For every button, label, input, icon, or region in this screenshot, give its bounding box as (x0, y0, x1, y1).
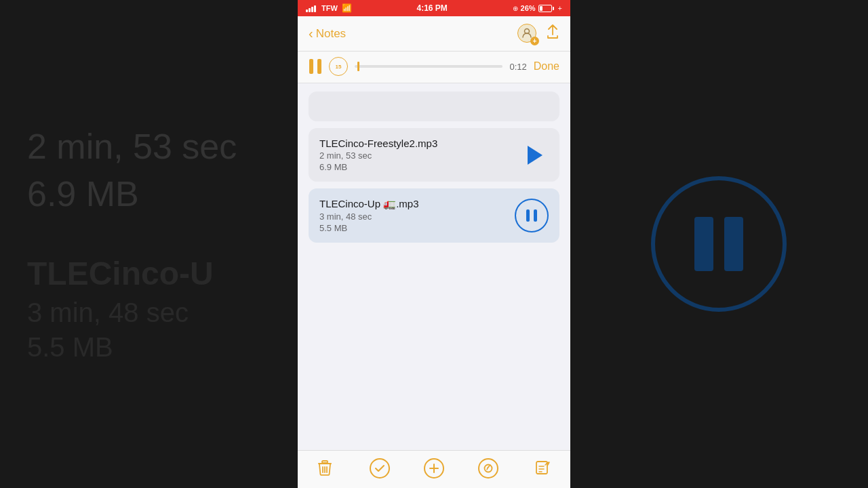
audio-filename-2: TLECinco-Up 🚛.mp3 (319, 198, 419, 210)
bg-pause-bar-right (724, 217, 743, 271)
signal-bar-1 (306, 9, 308, 12)
nav-right-icons: + (517, 24, 559, 44)
back-button[interactable]: ‹ Notes (309, 26, 346, 41)
nav-bar: ‹ Notes + (298, 16, 570, 52)
svg-point-10 (485, 464, 492, 472)
trash-button[interactable] (313, 456, 337, 481)
signal-bar-4 (314, 5, 316, 12)
battery-body (538, 5, 552, 12)
done-button[interactable]: Done (534, 60, 559, 73)
player-controls: 15 0:12 Done (309, 57, 559, 76)
battery-icon (538, 5, 554, 12)
svg-rect-4 (318, 463, 332, 464)
back-chevron-icon: ‹ (309, 26, 313, 41)
rewind-button[interactable]: 15 (329, 57, 348, 76)
bg-right-panel (570, 0, 868, 488)
battery-percent: 26% (521, 4, 536, 12)
empty-content-area (309, 249, 559, 442)
partial-card (309, 92, 559, 121)
svg-rect-1 (309, 59, 313, 74)
time-display: 0:12 (509, 62, 526, 72)
audio-duration-1: 2 min, 53 sec (319, 150, 437, 161)
bg-size-text: 6.9 MB (27, 174, 271, 214)
status-right: ⊕ 26% + (513, 4, 562, 12)
audio-card-1: TLECinco-Freestyle2.mp3 2 min, 53 sec 6.… (309, 128, 559, 182)
status-left: TFW 📶 (306, 3, 352, 13)
wifi-icon: 📶 (342, 3, 352, 13)
play-triangle-icon-1 (528, 146, 542, 165)
audio-card-2: TLECinco-Up 🚛.mp3 3 min, 48 sec 5.5 MB (309, 188, 559, 243)
pen-button[interactable] (476, 456, 500, 481)
audio-size-2: 5.5 MB (319, 223, 419, 233)
add-badge: + (530, 37, 539, 45)
battery-fill (540, 6, 542, 11)
status-time: 4:16 PM (417, 3, 448, 13)
check-button[interactable] (368, 456, 392, 481)
audio-size-1: 6.9 MB (319, 162, 437, 172)
bg-duration2-text: 3 min, 48 sec (27, 298, 271, 328)
phone-panel: TFW 📶 4:16 PM ⊕ 26% + ‹ Notes (298, 0, 570, 488)
status-bar: TFW 📶 4:16 PM ⊕ 26% + (298, 0, 570, 16)
charging-icon: + (558, 4, 562, 12)
content-area: TLECinco-Freestyle2.mp3 2 min, 53 sec 6.… (298, 83, 570, 450)
back-label: Notes (316, 27, 346, 41)
audio-duration-2: 3 min, 48 sec (319, 211, 419, 222)
pause-bar-right-2 (534, 209, 537, 222)
battery-tip (553, 7, 554, 10)
signal-bar-2 (309, 8, 311, 12)
progress-thumb (357, 62, 359, 71)
audio-card-1-info: TLECinco-Freestyle2.mp3 2 min, 53 sec 6.… (319, 138, 437, 172)
audio-player-bar: 15 0:12 Done (298, 52, 570, 83)
check-circle-icon (370, 458, 390, 479)
add-button[interactable] (422, 456, 446, 481)
compose-button[interactable] (531, 456, 555, 481)
svg-rect-3 (322, 461, 328, 463)
signal-bars (306, 4, 316, 12)
add-person-button[interactable]: + (517, 24, 538, 44)
audio-filename-1: TLECinco-Freestyle2.mp3 (319, 138, 437, 149)
signal-bar-3 (311, 7, 313, 12)
pause-bar-left-2 (526, 209, 530, 222)
carrier-label: TFW (321, 4, 338, 12)
bg-size2-text: 5.5 MB (27, 332, 271, 363)
pause-button-2[interactable] (515, 199, 549, 232)
rewind-label: 15 (336, 64, 342, 70)
bg-pause-circle (651, 176, 787, 312)
share-button[interactable] (546, 24, 559, 43)
progress-track[interactable] (355, 65, 502, 68)
bg-left-panel: 2 min, 53 sec 6.9 MB TLECinco-U 3 min, 4… (0, 0, 298, 488)
plus-circle-icon (424, 458, 444, 479)
bottom-toolbar (298, 450, 570, 488)
bg-duration-text: 2 min, 53 sec (27, 126, 271, 167)
svg-rect-2 (317, 59, 321, 74)
bg-pause-bar-left (694, 217, 713, 271)
play-button-1[interactable] (519, 140, 549, 170)
bg-title-text: TLECinco-U (27, 255, 271, 292)
lock-icon: ⊕ (513, 5, 518, 12)
audio-card-2-info: TLECinco-Up 🚛.mp3 3 min, 48 sec 5.5 MB (319, 198, 419, 233)
player-pause-button[interactable] (309, 58, 322, 75)
pen-circle-icon (478, 458, 498, 479)
